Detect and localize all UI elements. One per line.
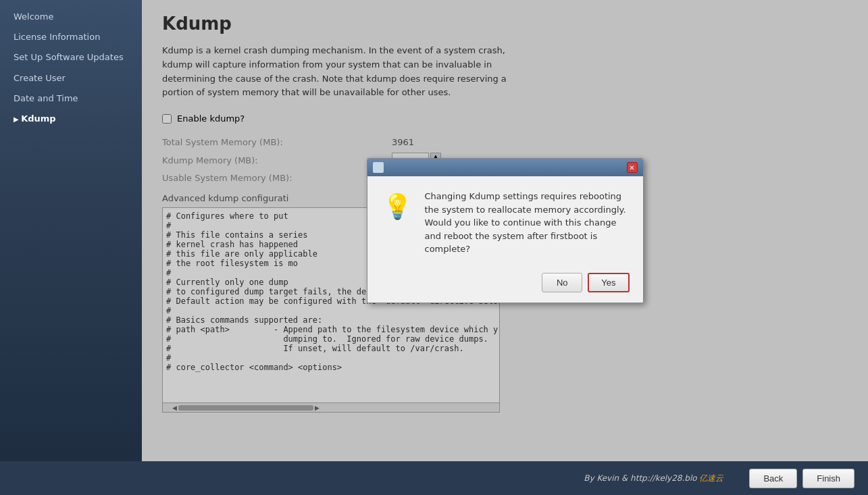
modal-dialog: ✕ 💡 Changing Kdump settings requires reb… — [367, 158, 644, 303]
sidebar-item-welcome[interactable]: Welcome — [0, 7, 142, 27]
modal-yes-button[interactable]: Yes — [588, 273, 629, 292]
modal-titlebar: ✕ — [367, 159, 643, 176]
sidebar-item-create-user[interactable]: Create User — [0, 68, 142, 88]
attribution-text: By Kevin & http://kely28.blo — [584, 473, 696, 483]
modal-icon: 💡 — [381, 190, 415, 224]
back-button[interactable]: Back — [749, 469, 797, 488]
sidebar-item-date-time[interactable]: Date and Time — [0, 88, 142, 109]
footer: By Kevin & http://kely28.blo 亿速云 Back Fi… — [0, 461, 868, 495]
modal-no-button[interactable]: No — [542, 273, 582, 292]
modal-titlebar-icon — [373, 162, 384, 173]
modal-body: 💡 Changing Kdump settings requires reboo… — [367, 176, 643, 269]
modal-close-button[interactable]: ✕ — [627, 162, 638, 173]
sidebar: Welcome License Information Set Up Softw… — [0, 0, 142, 461]
sidebar-item-kdump[interactable]: Kdump — [0, 109, 142, 129]
modal-overlay: ✕ 💡 Changing Kdump settings requires reb… — [142, 0, 868, 461]
footer-attribution: By Kevin & http://kely28.blo 亿速云 — [14, 473, 744, 484]
main-content: Kdump Kdump is a kernel crash dumping me… — [142, 0, 868, 461]
footer-logo: 亿速云 — [699, 473, 723, 483]
finish-button[interactable]: Finish — [802, 469, 854, 488]
modal-footer: No Yes — [367, 269, 643, 303]
bulb-icon: 💡 — [382, 192, 413, 221]
sidebar-item-software-updates[interactable]: Set Up Software Updates — [0, 47, 142, 68]
sidebar-item-license[interactable]: License Information — [0, 27, 142, 47]
modal-message: Changing Kdump settings requires rebooti… — [425, 190, 630, 256]
